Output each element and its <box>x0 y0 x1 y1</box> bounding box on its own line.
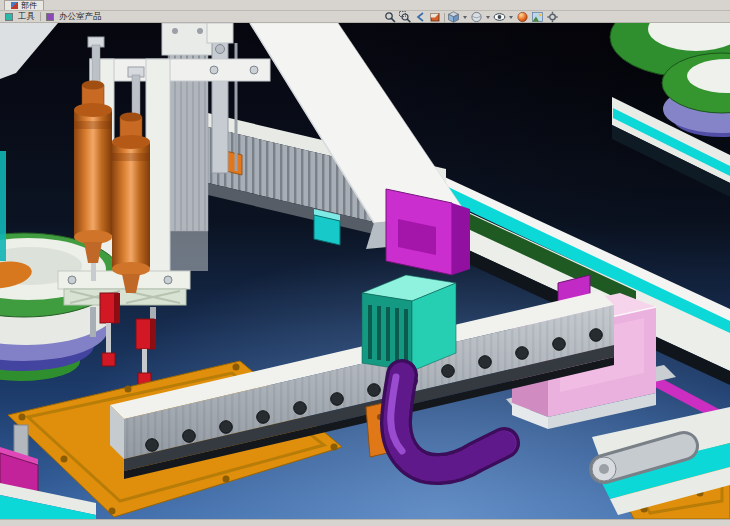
heads-up-view-toolbar <box>384 11 559 23</box>
menu-item-tools[interactable]: 工具 <box>18 11 35 22</box>
apply-scene-icon[interactable] <box>531 11 544 23</box>
cyan-slider-block[interactable] <box>314 209 340 245</box>
graphics-area <box>0 23 730 519</box>
3d-viewport[interactable] <box>0 23 730 519</box>
document-tab-label: 部件 <box>21 1 37 10</box>
document-tab-bar: 部件 <box>0 0 730 11</box>
pickup-cylinder-2[interactable] <box>112 113 150 294</box>
view-orientation-icon[interactable] <box>447 11 460 23</box>
part-document-icon <box>11 2 18 9</box>
dropdown-arrow-icon[interactable] <box>486 16 490 19</box>
office-products-icon[interactable] <box>46 13 54 21</box>
dropdown-arrow-icon[interactable] <box>509 16 513 19</box>
menu-item-office-products[interactable]: 办公室产品 <box>59 11 102 22</box>
menu-toolbar-row: 工具 办公室产品 <box>0 11 730 23</box>
zoom-to-area-icon[interactable] <box>399 11 412 23</box>
left-cyan-strip[interactable] <box>0 151 6 261</box>
zoom-to-fit-icon[interactable] <box>384 11 397 23</box>
view-settings-icon[interactable] <box>546 11 559 23</box>
toolbar-separator <box>444 13 445 22</box>
hide-show-items-icon[interactable] <box>493 11 506 23</box>
tools-icon[interactable] <box>5 13 13 21</box>
status-bar <box>0 519 730 526</box>
cad-application-window: 部件 工具 办公室产品 <box>0 0 730 526</box>
teal-motor-block[interactable] <box>362 275 456 371</box>
document-tab[interactable]: 部件 <box>4 0 44 10</box>
edit-appearance-icon[interactable] <box>516 11 529 23</box>
menu-separator <box>40 12 41 21</box>
dropdown-arrow-icon[interactable] <box>463 16 467 19</box>
section-view-icon[interactable] <box>429 11 442 23</box>
display-style-icon[interactable] <box>470 11 483 23</box>
previous-view-icon[interactable] <box>414 11 427 23</box>
